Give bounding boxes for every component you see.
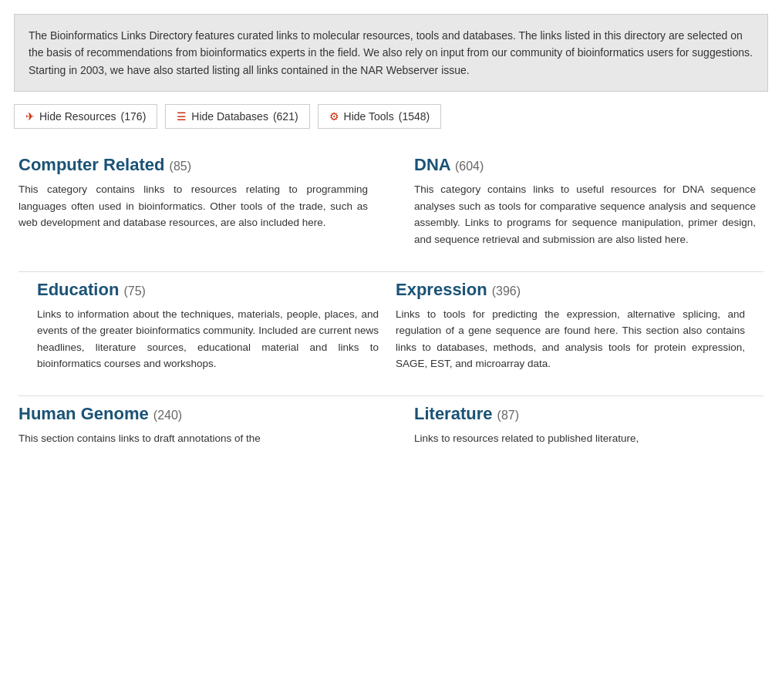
category-desc-literature: Links to resources related to published … xyxy=(414,430,756,447)
category-cell-human-genome: Human Genome (240) This section contains… xyxy=(14,396,391,470)
category-count-education: (75) xyxy=(123,284,145,298)
category-link-literature[interactable]: Literature xyxy=(414,404,497,423)
category-link-expression[interactable]: Expression xyxy=(396,280,492,299)
category-desc-human-genome: This section contains links to draft ann… xyxy=(19,430,368,447)
category-desc-expression: Links to tools for predicting the expres… xyxy=(396,306,745,372)
category-title-computer-related: Computer Related (85) xyxy=(19,155,368,175)
category-cell-dna: DNA (604) This category contains links t… xyxy=(391,147,768,271)
resources-icon: ✈ xyxy=(25,110,35,123)
hide-databases-count: (621) xyxy=(273,110,298,123)
hide-resources-button[interactable]: ✈ Hide Resources (176) xyxy=(14,104,157,129)
hide-tools-button[interactable]: ⚙ Hide Tools (1548) xyxy=(318,104,442,129)
category-desc-computer-related: This category contains links to resource… xyxy=(19,181,368,231)
category-count-human-genome: (240) xyxy=(153,409,182,422)
category-count-expression: (396) xyxy=(492,284,521,298)
hide-resources-label: Hide Resources xyxy=(39,110,116,123)
category-link-human-genome[interactable]: Human Genome xyxy=(19,404,153,423)
hide-databases-button[interactable]: ☰ Hide Databases (621) xyxy=(165,104,309,129)
category-title-education: Education (75) xyxy=(37,280,379,300)
tools-icon: ⚙ xyxy=(329,110,339,123)
category-cell-literature: Literature (87) Links to resources relat… xyxy=(391,396,768,470)
categories-grid: Computer Related (85) This category cont… xyxy=(14,147,768,469)
category-count-computer-related: (85) xyxy=(170,160,191,173)
hide-resources-count: (176) xyxy=(121,110,147,123)
intro-box: The Bioinformatics Links Directory featu… xyxy=(14,14,768,92)
category-title-literature: Literature (87) xyxy=(414,404,756,424)
category-desc-education: Links to information about the technique… xyxy=(37,306,379,372)
category-title-dna: DNA (604) xyxy=(414,155,756,175)
category-count-dna: (604) xyxy=(455,160,484,173)
filter-buttons-row: ✈ Hide Resources (176) ☰ Hide Databases … xyxy=(14,104,768,129)
databases-icon: ☰ xyxy=(177,110,187,123)
category-title-human-genome: Human Genome (240) xyxy=(19,404,368,424)
category-cell-expression: Expression (396) Links to tools for pred… xyxy=(391,272,768,395)
category-link-computer-related[interactable]: Computer Related xyxy=(19,155,170,174)
category-desc-dna: This category contains links to useful r… xyxy=(414,181,756,247)
intro-text: The Bioinformatics Links Directory featu… xyxy=(29,29,753,76)
category-link-dna[interactable]: DNA xyxy=(414,155,455,174)
hide-tools-count: (1548) xyxy=(399,110,430,123)
category-cell-education: Education (75) Links to information abou… xyxy=(14,272,391,395)
category-count-literature: (87) xyxy=(497,409,519,422)
hide-databases-label: Hide Databases xyxy=(191,110,268,123)
category-title-expression: Expression (396) xyxy=(396,280,745,300)
hide-tools-label: Hide Tools xyxy=(344,110,394,123)
category-cell-computer-related: Computer Related (85) This category cont… xyxy=(14,147,391,271)
category-link-education[interactable]: Education xyxy=(37,280,123,299)
